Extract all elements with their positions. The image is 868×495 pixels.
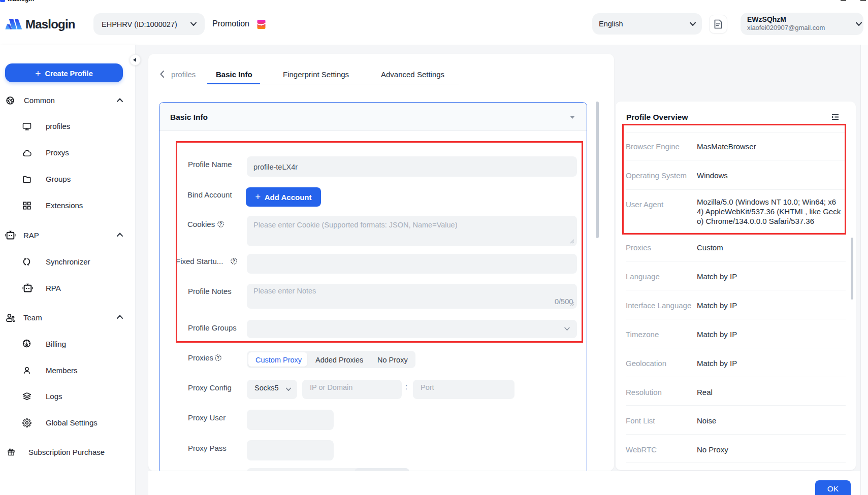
svg-text:?: ? bbox=[217, 355, 219, 360]
